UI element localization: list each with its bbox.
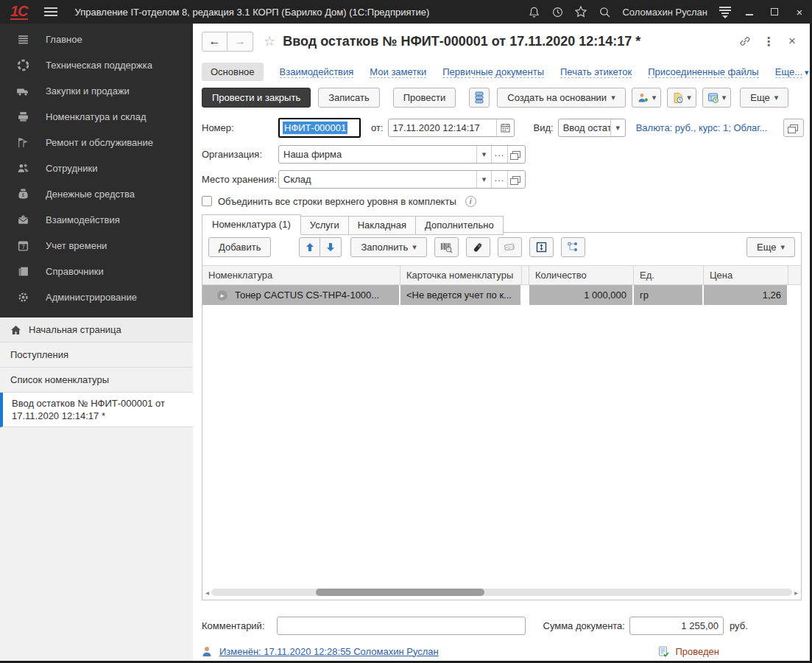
favorites-star-icon[interactable]: [569, 0, 593, 24]
currency-settings-link[interactable]: Валюта: руб., курс: 1; Облаг...: [636, 122, 768, 133]
open-button[interactable]: [507, 146, 525, 163]
sidebar-page-current-document[interactable]: Ввод остатков № НФИТ-000001 от 17.11.202…: [0, 393, 193, 427]
post-and-close-button[interactable]: Провести и закрыть: [202, 88, 311, 108]
column-header-quantity[interactable]: Количество: [529, 266, 634, 284]
get-link-icon[interactable]: [733, 32, 757, 51]
calendar-icon[interactable]: [496, 119, 514, 136]
scroll-left-icon[interactable]: ◂: [205, 589, 211, 597]
horizontal-scrollbar[interactable]: ◂ ▸: [205, 588, 798, 597]
barcode-search-button[interactable]: [434, 237, 459, 257]
sidebar-item-tech-support[interactable]: Техническая поддержка: [0, 52, 193, 78]
chevron-down-icon[interactable]: ▾: [476, 146, 491, 163]
post-button[interactable]: Провести: [393, 88, 456, 108]
tab-my-notes[interactable]: Мои заметки: [370, 66, 426, 77]
open-currency-window-button[interactable]: [783, 119, 804, 137]
close-document-icon[interactable]: ×: [780, 32, 804, 51]
open-button[interactable]: [507, 171, 525, 188]
grid-tab-additional[interactable]: Дополнительно: [415, 216, 504, 235]
grid-tab-services[interactable]: Услуги: [300, 216, 349, 235]
move-up-button[interactable]: [299, 237, 320, 257]
add-row-button[interactable]: Добавить: [208, 237, 271, 257]
modified-link[interactable]: Изменён: 17.11.2020 12:28:55 Соломахин Р…: [219, 646, 439, 657]
tab-print-labels[interactable]: Печать этикеток: [560, 66, 632, 77]
close-window-button[interactable]: ×: [787, 0, 812, 24]
storage-input[interactable]: Склад ▾ ...: [278, 170, 526, 189]
document-sum-input[interactable]: 1 255,00: [629, 617, 724, 635]
date-input[interactable]: 17.11.2020 12:14:17: [388, 119, 515, 137]
sidebar-page-receipts[interactable]: Поступления: [0, 343, 193, 368]
cell-unit[interactable]: гр: [634, 285, 704, 305]
combine-checkbox[interactable]: [202, 196, 212, 206]
column-header-price[interactable]: Цена: [704, 266, 788, 284]
column-header-nomenclature[interactable]: Номенклатура: [202, 266, 400, 284]
search-icon[interactable]: [593, 0, 616, 24]
tab-main[interactable]: Основное: [202, 63, 264, 81]
scroll-right-icon[interactable]: ▸: [792, 589, 798, 597]
sidebar-page-nomenclature-list[interactable]: Список номенклатуры: [0, 368, 193, 393]
tab-interactions[interactable]: Взаимодействия: [280, 66, 354, 77]
cell-quantity[interactable]: 1 000,000: [529, 285, 634, 305]
sidebar-item-administration[interactable]: Администрирование: [0, 284, 193, 310]
choose-button[interactable]: ...: [491, 146, 507, 163]
sidebar-item-employees[interactable]: Сотрудники: [0, 155, 193, 181]
maximize-button[interactable]: [762, 0, 787, 24]
info-icon[interactable]: i: [465, 196, 476, 207]
scrollbar-track[interactable]: [211, 589, 792, 596]
notifications-bell-icon[interactable]: [522, 0, 546, 24]
favorite-star-icon[interactable]: ☆: [264, 33, 275, 49]
nav-forward-button[interactable]: →: [227, 32, 253, 52]
organization-input[interactable]: Наша фирма ▾ ...: [278, 145, 526, 164]
sidebar-item-catalogs[interactable]: Справочники: [0, 259, 193, 284]
sidebar-item-money[interactable]: $ Денежные средства: [0, 181, 193, 207]
sidebar-item-repair-service[interactable]: Ремонт и обслуживание: [0, 130, 193, 155]
scanner-button[interactable]: [466, 237, 490, 257]
history-icon[interactable]: [546, 0, 569, 24]
tab-attached-files[interactable]: Присоединенные файлы: [648, 66, 759, 77]
cell-card[interactable]: <Не ведется учет по к...: [400, 285, 522, 305]
sidebar-item-nomenclature-warehouse[interactable]: Номенклатура и склад: [0, 104, 193, 130]
tab-primary-documents[interactable]: Первичные документы: [442, 66, 544, 77]
add-person-button[interactable]: ▾: [632, 88, 662, 108]
grid-tab-invoice[interactable]: Накладная: [348, 216, 416, 235]
grid-tab-nomenclature[interactable]: Номенклатура (1): [202, 214, 301, 235]
document-history-button[interactable]: ▾: [667, 88, 696, 108]
structure-icon-button[interactable]: [469, 88, 490, 108]
scrollbar-thumb[interactable]: [316, 589, 484, 596]
sidebar-item-purchases-sales[interactable]: Закупки и продажи: [0, 78, 193, 104]
column-header-card[interactable]: Карточка номенклатуры: [400, 266, 522, 284]
register-records-button[interactable]: ▾: [702, 88, 732, 108]
main-menu-icon[interactable]: [44, 5, 57, 18]
fill-button[interactable]: Заполнить▾: [350, 237, 426, 257]
move-down-button[interactable]: [320, 237, 342, 257]
current-user[interactable]: Соломахин Руслан: [622, 7, 707, 18]
cell-price[interactable]: 1,26: [704, 285, 788, 305]
chevron-down-icon[interactable]: ▾: [610, 119, 625, 136]
column-header-unit[interactable]: Ед.: [634, 266, 704, 284]
hierarchy-view-button[interactable]: [561, 237, 585, 257]
grid-more-button[interactable]: Еще▾: [746, 237, 795, 257]
more-label: Еще: [757, 242, 776, 253]
service-menu-icon[interactable]: [713, 0, 737, 24]
create-based-on-button[interactable]: Создать на основании▾: [497, 88, 625, 108]
choose-button[interactable]: ...: [491, 171, 507, 188]
sidebar-item-time-tracking[interactable]: 7 Учет времени: [0, 233, 193, 259]
cell-nomenclature[interactable]: ▸Тонер CACTUS CS-THP4-1000...: [202, 285, 400, 305]
toolbar-more-button[interactable]: Еще▾: [740, 88, 788, 108]
minimize-button[interactable]: [737, 0, 762, 24]
set-quantity-button[interactable]: 0-9: [498, 237, 522, 257]
row-height-button[interactable]: [529, 237, 554, 257]
sidebar-item-main[interactable]: Главное: [0, 27, 193, 52]
kind-combobox[interactable]: Ввод остат ▾: [558, 119, 626, 137]
chevron-down-icon[interactable]: ▾: [476, 171, 491, 188]
more-menu-icon[interactable]: ⋮: [757, 32, 780, 51]
sidebar-page-home[interactable]: Начальная страница: [0, 318, 193, 343]
comment-input[interactable]: [277, 617, 526, 635]
write-button[interactable]: Записать: [318, 88, 380, 108]
expand-row-icon[interactable]: ▸: [217, 290, 227, 301]
chevron-down-icon: ▾: [780, 242, 785, 252]
nav-back-button[interactable]: ←: [202, 32, 227, 52]
table-row[interactable]: ▸Тонер CACTUS CS-THP4-1000... <Не ведетс…: [202, 285, 801, 305]
number-input[interactable]: НФИТ-000001: [278, 118, 361, 138]
tab-more[interactable]: Еще...▾: [775, 66, 809, 77]
sidebar-item-interactions[interactable]: Взаимодействия: [0, 207, 193, 233]
